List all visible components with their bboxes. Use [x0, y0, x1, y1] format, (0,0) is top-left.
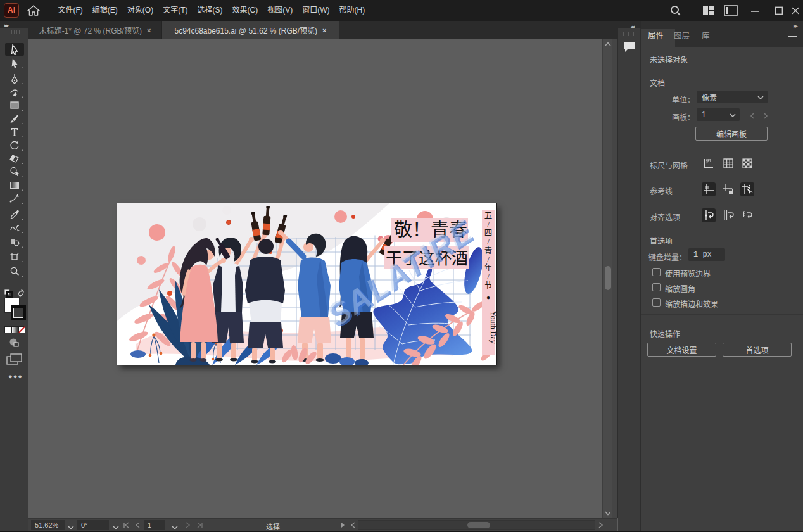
units-dropdown[interactable]: 像素	[697, 91, 768, 103]
prev-artboard-nav-icon[interactable]	[135, 522, 140, 528]
vertical-scrollbar[interactable]	[602, 39, 612, 518]
last-artboard-icon[interactable]	[196, 522, 204, 528]
scale-strokes-effects-checkbox[interactable]	[652, 298, 661, 307]
artboard-nav-field[interactable]: 1	[144, 520, 165, 530]
tool-paintbrush[interactable]	[5, 112, 24, 125]
artboard-dropdown[interactable]: 1	[697, 108, 740, 121]
tool-rotate[interactable]	[5, 139, 24, 151]
tool-mesh[interactable]	[5, 192, 24, 205]
rulers-icon[interactable]	[702, 156, 716, 170]
transparency-grid-icon[interactable]	[740, 156, 754, 170]
toolbar-overflow-icon[interactable]: ●●●	[8, 372, 23, 380]
panel-menu-icon[interactable]	[788, 34, 797, 39]
snap-to-pixel-icon[interactable]	[740, 208, 754, 222]
workspace-switcher-icon[interactable]	[724, 4, 738, 18]
menu-file[interactable]: 文件(F)	[53, 0, 87, 21]
artboard-nav-dropdown-icon[interactable]	[172, 523, 178, 531]
menu-view[interactable]: 视图(V)	[263, 0, 298, 21]
document-setup-button[interactable]: 文档设置	[647, 343, 716, 357]
hscroll-left-icon[interactable]	[350, 522, 355, 528]
tool-shape-builder[interactable]	[5, 165, 24, 178]
menu-window[interactable]: 窗口(W)	[298, 0, 334, 21]
tool-shaper[interactable]	[5, 221, 24, 234]
tool-gradient[interactable]	[5, 179, 24, 191]
grid-icon[interactable]	[721, 156, 735, 170]
tool-eraser[interactable]	[5, 152, 24, 165]
units-label: 单位：	[672, 94, 695, 104]
tool-symbol-sprayer[interactable]	[5, 236, 24, 248]
app-logo-icon[interactable]: Ai	[4, 3, 19, 18]
preferences-button[interactable]: 首选项	[723, 343, 792, 357]
rotation-dropdown-icon[interactable]	[113, 523, 119, 531]
search-icon[interactable]	[669, 4, 683, 18]
tab-close-icon[interactable]: ×	[322, 27, 326, 34]
tool-pen[interactable]	[5, 72, 24, 85]
stroke-color-swatch[interactable]	[11, 305, 26, 320]
next-artboard-icon[interactable]	[762, 111, 769, 118]
close-button[interactable]	[788, 4, 802, 18]
tool-artboard[interactable]	[5, 250, 24, 263]
tab-libraries[interactable]: 库	[702, 29, 710, 41]
dock-collapse-right-icon[interactable]: ▸▸	[794, 23, 797, 29]
prev-artboard-icon[interactable]	[749, 111, 756, 118]
snap-to-grid-icon[interactable]	[702, 208, 716, 222]
scale-corners-checkbox[interactable]	[652, 283, 661, 291]
draw-mode-icon[interactable]	[8, 337, 20, 351]
minimize-button[interactable]	[748, 4, 762, 18]
scroll-down-icon[interactable]	[605, 511, 611, 516]
canvas-area[interactable]: 敬！青春 干了这杯酒 五/四/青/年/节 ● Youth Day SALATIR…	[28, 39, 602, 518]
tab-untitled-document[interactable]: 未标题-1* @ 72 % (RGB/预览) ×	[28, 21, 162, 39]
menu-effect[interactable]: 效果(C)	[227, 0, 263, 21]
hscroll-right-icon[interactable]	[598, 522, 604, 528]
edit-artboards-button[interactable]: 编辑画板	[695, 127, 768, 141]
rotation-field[interactable]: 0°	[77, 520, 109, 530]
menu-edit[interactable]: 编辑(E)	[87, 0, 122, 21]
arrange-documents-icon[interactable]	[702, 4, 716, 18]
menu-select[interactable]: 选择(S)	[193, 0, 227, 21]
document-section-label: 文档	[650, 77, 665, 88]
tab-layers[interactable]: 图层	[674, 29, 690, 41]
tools-grip[interactable]	[9, 30, 20, 34]
horizontal-scrollbar[interactable]	[358, 520, 595, 530]
menu-help[interactable]: 帮助(H)	[334, 0, 370, 21]
status-menu-icon[interactable]	[340, 522, 345, 528]
snap-to-glyph-icon[interactable]	[721, 208, 735, 222]
horizontal-scrollbar-thumb[interactable]	[467, 522, 490, 528]
show-guides-icon[interactable]	[702, 182, 716, 196]
edit-guides-icon[interactable]	[740, 182, 754, 196]
artboard[interactable]: 敬！青春 干了这杯酒 五/四/青/年/节 ● Youth Day SALATIR…	[117, 203, 496, 365]
menu-type[interactable]: 文字(T)	[158, 0, 193, 21]
guides-label: 参考线	[650, 186, 673, 196]
tool-type[interactable]	[5, 125, 24, 138]
keyboard-increment-input[interactable]: 1 px	[688, 248, 725, 261]
zoom-level-field[interactable]: 51.62%	[31, 520, 65, 530]
dock-grip[interactable]	[623, 32, 635, 36]
blue-pebble	[130, 350, 146, 358]
tab-properties[interactable]: 属性	[648, 29, 664, 41]
lock-guides-icon[interactable]	[721, 182, 735, 196]
zoom-dropdown-icon[interactable]	[68, 523, 74, 531]
comments-panel-icon[interactable]	[623, 40, 636, 56]
use-preview-bounds-checkbox[interactable]	[652, 268, 661, 276]
tab-active-document[interactable]: 5c94c68abe615.ai @ 51.62 % (RGB/预览) ×	[162, 21, 339, 39]
tool-zoom[interactable]	[5, 265, 24, 277]
tools-expand-icon[interactable]: ▸▸	[4, 22, 8, 28]
tab-label: 5c94c68abe615.ai @ 51.62 % (RGB/预览)	[174, 25, 317, 35]
screen-mode-icon[interactable]	[6, 353, 23, 369]
home-icon[interactable]	[27, 4, 41, 17]
tool-eyedropper[interactable]	[5, 208, 24, 220]
gradient-button[interactable]	[12, 327, 18, 333]
next-artboard-nav-icon[interactable]	[186, 522, 191, 528]
tool-direct-selection[interactable]	[5, 56, 24, 69]
tool-rectangle[interactable]	[5, 99, 24, 111]
first-artboard-icon[interactable]	[122, 522, 130, 528]
vertical-scrollbar-thumb[interactable]	[605, 266, 611, 290]
tool-selection[interactable]	[5, 43, 24, 56]
tab-close-icon[interactable]: ×	[147, 27, 151, 34]
maximize-button[interactable]	[772, 4, 786, 18]
tool-curvature[interactable]	[5, 86, 24, 98]
color-button[interactable]	[5, 327, 11, 333]
scale-corners-label: 缩放圆角	[665, 283, 695, 294]
scroll-up-icon[interactable]	[605, 42, 611, 46]
menu-object[interactable]: 对象(O)	[122, 0, 158, 21]
